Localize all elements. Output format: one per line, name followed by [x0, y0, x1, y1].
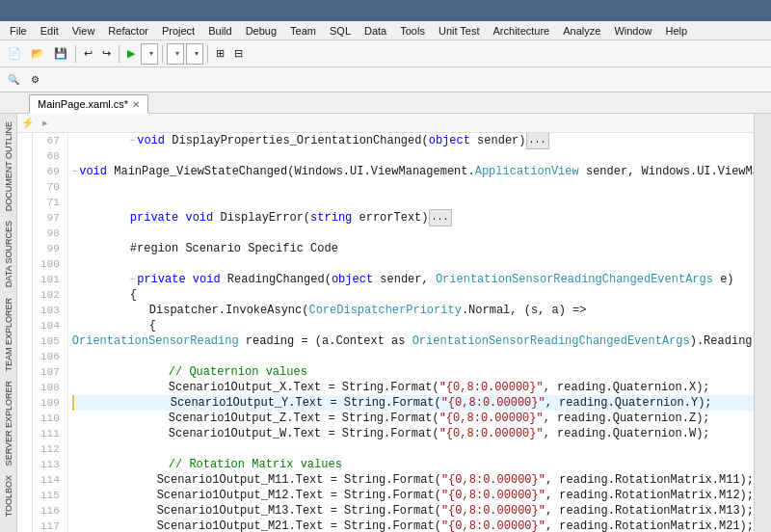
- code-token: "{0,8:0.00000}": [439, 426, 544, 441]
- code-token: , reading.Quaternion.X);: [544, 380, 710, 395]
- menu-edit[interactable]: Edit: [35, 23, 65, 39]
- code-line: Scenario1Output_X.Text = String.Format("…: [72, 380, 754, 395]
- menu-view[interactable]: View: [66, 23, 101, 39]
- toolbar2-btn1[interactable]: 🔍: [4, 72, 23, 87]
- debug-dropdown[interactable]: ▾: [167, 43, 184, 65]
- code-token: {: [149, 318, 156, 333]
- gutter-line: [17, 503, 32, 519]
- code-token: string: [310, 210, 352, 226]
- line-number: 116: [40, 503, 60, 519]
- menu-analyze[interactable]: Analyze: [557, 23, 606, 39]
- toolbar-extra2[interactable]: ⊟: [230, 45, 247, 62]
- code-token: DisplayError(: [213, 210, 310, 226]
- gutter-line: [17, 364, 32, 380]
- line-number: 108: [40, 380, 60, 395]
- toolbar-extra1[interactable]: ⊞: [212, 45, 228, 62]
- gutter-line: [17, 441, 32, 457]
- code-token: void: [137, 133, 165, 148]
- local-machine-dropdown[interactable]: ▾: [141, 43, 158, 65]
- gutter-line: [17, 395, 32, 411]
- line-number: 69: [40, 164, 60, 179]
- toolbar-play[interactable]: ▶: [123, 45, 139, 62]
- sidebar-item-team-explorer[interactable]: TEAM EXPLORER: [2, 294, 15, 376]
- menu-help[interactable]: Help: [660, 23, 694, 39]
- sidebar-item-document-outline[interactable]: DOCUMENT OUTLINE: [2, 118, 15, 215]
- gutter-line: [17, 226, 32, 241]
- menu-tools[interactable]: Tools: [394, 23, 431, 39]
- cpu-dropdown[interactable]: ▾: [186, 43, 203, 65]
- menu-unittest[interactable]: Unit Test: [433, 23, 486, 39]
- menu-sql[interactable]: SQL: [324, 23, 357, 39]
- gutter-line: [17, 380, 32, 395]
- code-line: [72, 195, 754, 210]
- code-line: Scenario1Output_W.Text = String.Format("…: [72, 426, 754, 441]
- line-number: 106: [40, 349, 60, 364]
- expand-icon[interactable]: −: [130, 272, 135, 287]
- code-token: "{0,8:0.00000}": [441, 503, 545, 519]
- toolbar2: 🔍 ⚙: [0, 67, 771, 93]
- line-number: 113: [40, 457, 60, 472]
- toolbar2-btn2[interactable]: ⚙: [27, 72, 43, 87]
- code-line: // Quaternion values: [72, 364, 754, 380]
- code-line: −void DisplayProperties_OrientationChang…: [72, 133, 754, 148]
- code-token: , reading.Quaternion.W);: [544, 426, 710, 441]
- code-token: void: [185, 210, 213, 226]
- expand-icon[interactable]: −: [72, 164, 77, 179]
- menu-window[interactable]: Window: [608, 23, 657, 39]
- line-number: 67: [40, 133, 60, 148]
- code-lines[interactable]: −void DisplayProperties_OrientationChang…: [68, 133, 754, 532]
- line-number: 101: [40, 272, 60, 287]
- tab-bar: MainPage.xaml.cs* ✕: [0, 93, 771, 114]
- code-token: "{0,8:0.00000}": [439, 411, 544, 426]
- sidebar-item-data-sources[interactable]: DATA SOURCES: [2, 217, 15, 291]
- code-line: −void MainPage_ViewStateChanged(Windows.…: [72, 164, 754, 179]
- toolbar-new[interactable]: 📄: [4, 45, 25, 62]
- line-number: 104: [40, 318, 60, 333]
- toolbar-undo[interactable]: ↩: [80, 45, 96, 62]
- sidebar-item-toolbox[interactable]: TOOLBOX: [2, 471, 15, 520]
- menu-data[interactable]: Data: [359, 23, 392, 39]
- code-token: private: [130, 210, 178, 226]
- toolbar-save[interactable]: 💾: [50, 45, 71, 62]
- menu-team[interactable]: Team: [284, 23, 322, 39]
- line-number: 107: [40, 364, 60, 380]
- code-token: [186, 272, 193, 287]
- expand-icon[interactable]: −: [130, 133, 135, 148]
- separator2: [119, 45, 120, 63]
- line-number: 98: [40, 226, 60, 241]
- code-line: private void DisplayError(string errorTe…: [72, 210, 754, 226]
- gutter-line: [17, 287, 32, 303]
- code-line: {: [72, 287, 754, 303]
- menu-refactor[interactable]: Refactor: [102, 23, 154, 39]
- menu-debug[interactable]: Debug: [240, 23, 282, 39]
- toolbar-open[interactable]: 📂: [27, 45, 48, 62]
- cpu-arrow: ▾: [195, 49, 199, 58]
- title-bar: [0, 0, 771, 21]
- code-token: // Quaternion values: [169, 364, 307, 380]
- menu-build[interactable]: Build: [202, 23, 237, 39]
- menu-architecture[interactable]: Architecture: [488, 23, 556, 39]
- code-token: sender,: [373, 272, 436, 287]
- tab-mainpage[interactable]: MainPage.xaml.cs* ✕: [29, 94, 148, 114]
- gutter-line: [17, 272, 32, 287]
- gutter-line: [17, 210, 32, 226]
- toolbar-redo[interactable]: ↪: [98, 45, 115, 62]
- code-token: Scenario1Output_M21.Text = String.Format…: [157, 519, 441, 532]
- code-line: Scenario1Output_M13.Text = String.Format…: [72, 503, 754, 519]
- code-line: [72, 179, 754, 195]
- line-number: 100: [40, 256, 60, 272]
- main-layout: DOCUMENT OUTLINE DATA SOURCES TEAM EXPLO…: [0, 114, 771, 532]
- menu-file[interactable]: File: [4, 23, 33, 39]
- sidebar-item-server-explorer[interactable]: SERVER EXPLORER: [2, 377, 15, 469]
- gutter-line: [17, 133, 32, 148]
- code-token: , reading.RotationMatrix.M21);: [545, 519, 754, 532]
- code-token: , reading.RotationMatrix.M11);: [545, 472, 754, 488]
- code-line: [72, 349, 754, 364]
- tab-close-icon[interactable]: ✕: [132, 99, 140, 110]
- line-number: 114: [40, 472, 60, 488]
- menu-project[interactable]: Project: [156, 23, 200, 39]
- code-token: "{0,8:0.00000}": [441, 472, 545, 488]
- code-content: 6768697071979899100101102103104105106107…: [17, 133, 754, 532]
- gutter-line: [17, 164, 32, 179]
- code-token: ).Reading;: [690, 333, 754, 349]
